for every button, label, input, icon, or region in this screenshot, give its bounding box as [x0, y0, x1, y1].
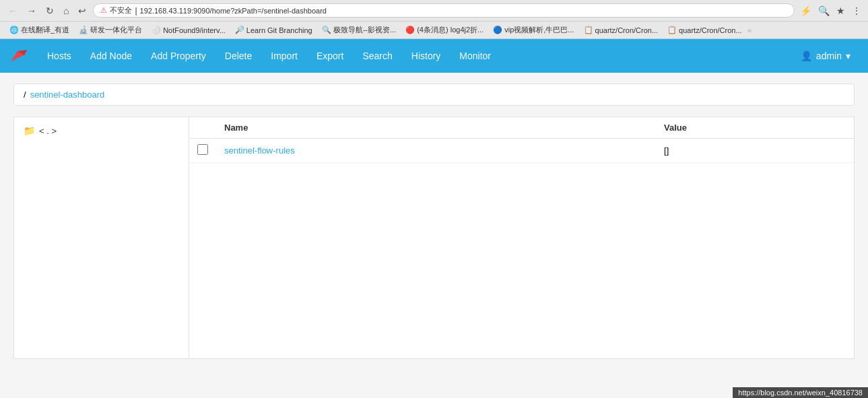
- folder-icon: 📁: [24, 125, 35, 136]
- bookmark-quartz2-label: quartz/Cron/Cron...: [679, 26, 742, 34]
- forward-button[interactable]: →: [24, 4, 39, 18]
- bookmark-vip-video-label: vip视频解析,牛巴巴...: [504, 25, 574, 35]
- data-table: Name Value sentinel-flow-rules []: [189, 117, 854, 163]
- bookmark-quartz1[interactable]: 📋 quartz/Cron/Cron...: [580, 25, 663, 35]
- nav-search[interactable]: Search: [353, 39, 401, 73]
- lightning-icon[interactable]: ⚡: [799, 4, 813, 18]
- home-button[interactable]: ⌂: [61, 4, 71, 18]
- row-checkbox[interactable]: [197, 144, 208, 155]
- undo-button[interactable]: ↩: [75, 4, 89, 18]
- more-bookmarks[interactable]: »: [747, 26, 752, 34]
- row-name-link[interactable]: sentinel-flow-rules: [224, 145, 295, 156]
- bookmark-github[interactable]: ⚪ NotFound9/interv...: [147, 25, 230, 35]
- quartz1-icon: 📋: [584, 26, 593, 34]
- bookmark-git-branching-label: Learn Git Branching: [246, 26, 312, 34]
- table-header-name: Name: [216, 117, 656, 139]
- tree-root-item[interactable]: 📁 < . >: [20, 123, 183, 139]
- address-separator: |: [135, 6, 137, 15]
- logo-bird-icon: [8, 46, 27, 65]
- user-icon: 👤: [801, 51, 812, 61]
- github-icon: ⚪: [152, 26, 161, 34]
- main-layout: 📁 < . > Name Value: [13, 117, 855, 359]
- browser-bar: ← → ↻ ⌂ ↩ ⚠ 不安全 | 192.168.43.119:9090/ho…: [0, 0, 868, 22]
- bookmark-quartz2[interactable]: 📋 quartz/Cron/Cron...: [663, 25, 746, 35]
- table-header-value: Value: [656, 117, 854, 139]
- navigation-icon: 🔍: [322, 26, 331, 34]
- bookmark-log4j-label: (4条消息) log4j2折...: [417, 25, 483, 35]
- content-area: / sentinel-dashboard 📁 < . > Name Value: [0, 73, 868, 370]
- nav-hosts[interactable]: Hosts: [38, 39, 81, 73]
- nav-monitor[interactable]: Monitor: [450, 39, 500, 73]
- tree-panel: 📁 < . >: [14, 117, 189, 358]
- table-header-checkbox: [189, 117, 216, 139]
- nav-import[interactable]: Import: [261, 39, 307, 73]
- table-row-value-cell: []: [656, 139, 854, 163]
- bookmark-navigation[interactable]: 🔍 极致导航--影视资...: [318, 24, 401, 36]
- address-url: 192.168.43.119:9090/home?zkPath=/sentine…: [140, 7, 327, 15]
- quartz2-icon: 📋: [667, 26, 677, 34]
- breadcrumb: / sentinel-dashboard: [13, 84, 855, 106]
- translate-icon: 🌐: [9, 26, 19, 34]
- username-label: admin: [816, 51, 842, 61]
- nav-export[interactable]: Export: [307, 39, 353, 73]
- bookmark-vip-video[interactable]: 🔵 vip视频解析,牛巴巴...: [489, 24, 578, 36]
- log4j-icon: 🔴: [405, 26, 415, 34]
- breadcrumb-separator: /: [24, 90, 26, 100]
- bookmark-git-branching[interactable]: 🔎 Learn Git Branching: [231, 25, 316, 35]
- reload-button[interactable]: ↻: [43, 4, 57, 18]
- bookmark-navigation-label: 极致导航--影视资...: [333, 25, 397, 35]
- address-bar[interactable]: ⚠ 不安全 | 192.168.43.119:9090/home?zkPath=…: [93, 3, 795, 18]
- vip-video-icon: 🔵: [493, 26, 502, 34]
- bookmarks-bar: 🌐 在线翻译_有道 🔬 研发一体化平台 ⚪ NotFound9/interv..…: [0, 22, 868, 39]
- bookmark-github-label: NotFound9/interv...: [163, 26, 226, 34]
- table-row-checkbox-cell: [189, 139, 216, 163]
- dev-platform-icon: 🔬: [79, 26, 88, 34]
- user-menu[interactable]: 👤 admin ▾: [791, 39, 860, 73]
- browser-menu-icon[interactable]: ⋮: [850, 4, 863, 18]
- data-panel: Name Value sentinel-flow-rules []: [189, 117, 854, 358]
- user-dropdown-icon: ▾: [846, 51, 850, 61]
- table-header-row: Name Value: [189, 117, 854, 139]
- security-icon: ⚠: [100, 6, 107, 15]
- table-row: sentinel-flow-rules []: [189, 139, 854, 163]
- app-navbar: Hosts Add Node Add Property Delete Impor…: [0, 39, 868, 73]
- bookmark-translate-label: 在线翻译_有道: [21, 25, 69, 35]
- back-button[interactable]: ←: [5, 4, 20, 18]
- table-row-name-cell: sentinel-flow-rules: [216, 139, 656, 163]
- bookmark-quartz1-label: quartz/Cron/Cron...: [595, 26, 659, 34]
- row-value: []: [664, 145, 669, 156]
- git-branching-icon: 🔎: [235, 26, 244, 34]
- bookmark-log4j[interactable]: 🔴 (4条消息) log4j2折...: [401, 24, 488, 36]
- bookmark-star-icon[interactable]: ★: [835, 4, 846, 18]
- breadcrumb-link[interactable]: sentinel-dashboard: [30, 90, 105, 100]
- tree-root-label: < . >: [39, 126, 57, 136]
- nav-delete[interactable]: Delete: [215, 39, 261, 73]
- browser-search-icon[interactable]: 🔍: [817, 4, 831, 18]
- bookmark-translate[interactable]: 🌐 在线翻译_有道: [5, 24, 73, 36]
- nav-add-property[interactable]: Add Property: [141, 39, 215, 73]
- security-label: 不安全: [110, 5, 132, 15]
- nav-history[interactable]: History: [402, 39, 450, 73]
- bookmark-dev-platform[interactable]: 🔬 研发一体化平台: [75, 24, 146, 36]
- bookmark-dev-platform-label: 研发一体化平台: [90, 25, 142, 35]
- nav-add-node[interactable]: Add Node: [81, 39, 141, 73]
- app-logo: [8, 46, 27, 67]
